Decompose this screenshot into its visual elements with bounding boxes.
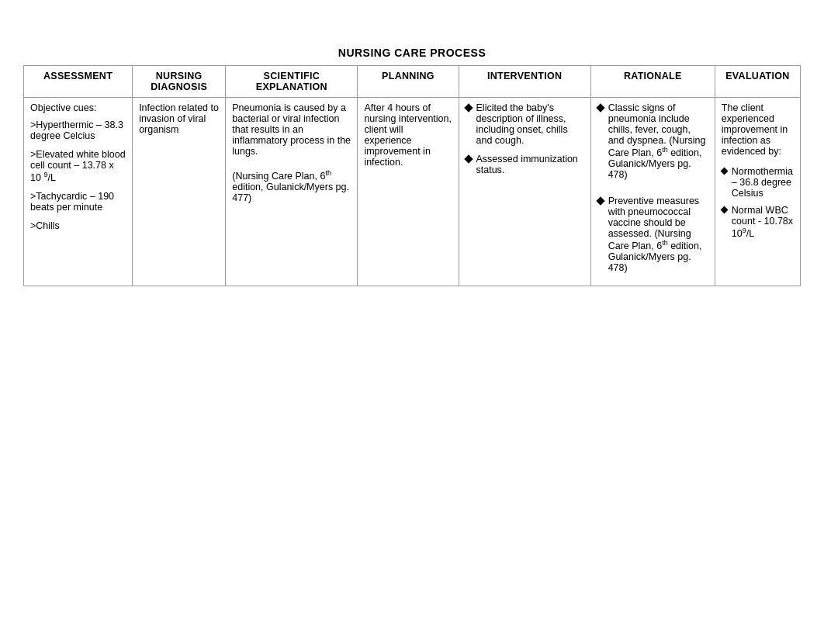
assessment-cell: Objective cues: >Hyperthermic – 38.3 deg… — [24, 98, 133, 286]
eval-diamond-icon — [720, 168, 728, 175]
nursing-diagnosis-cell: Infection related to invasion of viral o… — [133, 98, 226, 286]
intervention-item-1: Elicited the baby's description of illne… — [466, 102, 584, 146]
evaluation-item-1: Normothermia – 36.8 degree Celsius — [722, 166, 794, 199]
eval-diamond-icon — [720, 206, 728, 214]
rationale-item-1: Classic signs of pneumonia include chill… — [597, 102, 708, 180]
rationale-cell: Classic signs of pneumonia include chill… — [590, 98, 715, 286]
assessment-intro: Objective cues: — [30, 102, 126, 113]
assessment-item-1: >Hyperthermic – 38.3 degree Celcius — [30, 119, 126, 141]
evaluation-intro: The client experienced improvement in in… — [722, 102, 794, 157]
evaluation-item-2: Normal WBC count - 10.78x 109/L — [722, 205, 794, 239]
ncp-table: ASSESSMENT NURSING DIAGNOSIS SCIENTIFIC … — [23, 65, 801, 286]
header-rationale: RATIONALE — [590, 66, 715, 98]
scientific-main: Pneumonia is caused by a bacterial or vi… — [232, 102, 351, 157]
rationale-item-2: Preventive measures with pneumococcal va… — [597, 196, 708, 273]
evaluation-cell: The client experienced improvement in in… — [715, 98, 800, 286]
intervention-cell: Elicited the baby's description of illne… — [459, 98, 590, 286]
planning-cell: After 4 hours of nursing intervention, c… — [358, 98, 459, 286]
header-intervention: INTERVENTION — [459, 66, 590, 98]
header-nursing: NURSING DIAGNOSIS — [133, 66, 226, 98]
header-evaluation: EVALUATION — [715, 66, 800, 98]
table-title: NURSING CARE PROCESS — [23, 47, 801, 59]
header-assessment: ASSESSMENT — [24, 66, 133, 98]
bullet-diamond-icon — [596, 196, 604, 205]
planning-text: After 4 hours of nursing intervention, c… — [364, 102, 452, 168]
intervention-item-2: Assessed immunization status. — [466, 154, 584, 175]
header-planning: PLANNING — [358, 66, 459, 98]
bullet-diamond-icon — [464, 154, 473, 163]
scientific-explanation-cell: Pneumonia is caused by a bacterial or vi… — [226, 98, 358, 286]
scientific-citation: (Nursing Care Plan, 6th edition, Gulanic… — [232, 169, 351, 203]
bullet-diamond-icon — [464, 103, 473, 112]
assessment-item-2: >Elevated white blood cell count – 13.78… — [30, 149, 126, 183]
header-scientific: SCIENTIFIC EXPLANATION — [226, 66, 358, 98]
bullet-diamond-icon — [596, 103, 604, 112]
nursing-diagnosis-text: Infection related to invasion of viral o… — [139, 102, 219, 135]
assessment-item-3: >Tachycardic – 190 beats per minute — [30, 191, 126, 213]
assessment-item-4: >Chills — [30, 220, 126, 231]
